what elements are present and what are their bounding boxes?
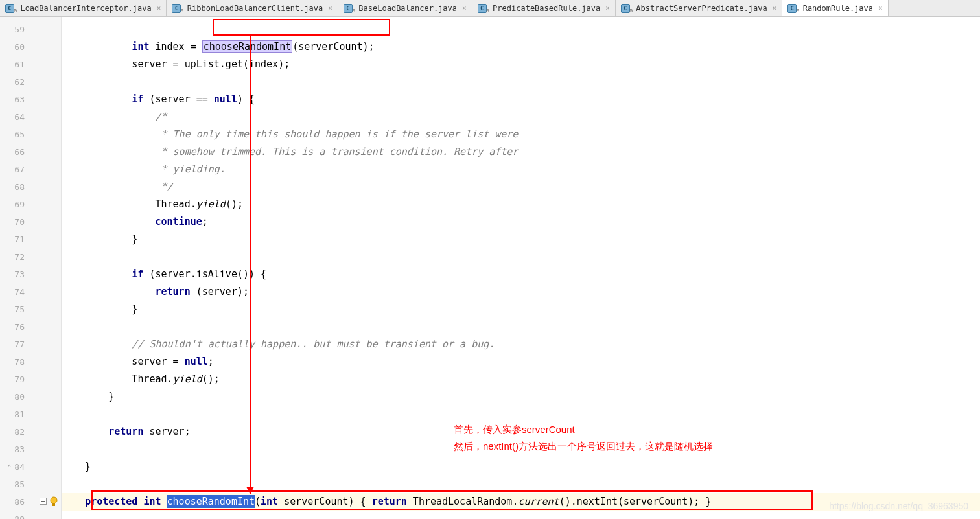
java-class-icon [621, 4, 630, 13]
tab-ribbonloadbalancerclient[interactable]: a RibbonLoadBalancerClient.java × [167, 0, 338, 16]
java-class-icon [5, 4, 14, 13]
code-line: int index = chooseRandomInt(serverCount)… [62, 38, 980, 56]
code-line: */ [62, 178, 980, 196]
line-number: 77 [0, 336, 61, 353]
line-number: 76 [0, 318, 61, 336]
tab-label: LoadBalancerInterceptor.java [20, 4, 151, 13]
line-number: 60 [0, 38, 61, 56]
line-number: 67 [0, 161, 61, 178]
line-number: 83 [0, 441, 61, 458]
line-number: 72 [0, 248, 61, 266]
code-line: Thread.yield(); [62, 371, 980, 388]
line-number: 65 [0, 126, 61, 143]
line-number: 84⌃ [0, 458, 61, 476]
tab-label: PredicateBasedRule.java [493, 4, 600, 13]
code-line: server = upList.get(index); [62, 56, 980, 73]
line-number: 82 [0, 423, 61, 441]
line-number: 61 [0, 56, 61, 73]
close-icon[interactable]: × [157, 4, 161, 12]
code-line: /* [62, 108, 980, 126]
close-icon[interactable]: × [605, 4, 610, 12]
tab-loadbalancerinterceptor[interactable]: a LoadBalancerInterceptor.java × [0, 0, 167, 16]
code-line: } [62, 458, 980, 476]
code-line [62, 318, 980, 336]
tab-label: RandomRule.java [803, 4, 873, 13]
method-call-highlight: chooseRandomInt [202, 40, 292, 53]
watermark: https://blog.csdn.net/qq_36963950 [829, 501, 968, 511]
line-number: 86 + [0, 493, 61, 511]
close-icon[interactable]: × [773, 4, 777, 12]
line-number: 59 [0, 21, 61, 38]
line-number: 64 [0, 108, 61, 126]
line-number: 79 [0, 371, 61, 388]
editor: 59 60 61 62 63 64 65 66 67 68 69 70 71 7… [0, 17, 980, 519]
close-icon[interactable]: × [328, 4, 332, 12]
code-line [62, 406, 980, 423]
code-line: } [62, 231, 980, 248]
line-number: 85 [0, 476, 61, 493]
line-number: 75 [0, 301, 61, 318]
annotation-text: 首先，传入实参serverCount 然后，nextInt()方法选出一个序号返… [454, 421, 713, 455]
line-number: 78 [0, 353, 61, 371]
tab-label: BaseLoadBalancer.java [358, 4, 457, 13]
java-class-icon [344, 4, 353, 13]
line-number: 73 [0, 266, 61, 283]
code-line: Thread.yield(); [62, 196, 980, 213]
code-line: * The only time this should happen is if… [62, 126, 980, 143]
code-area[interactable]: int index = chooseRandomInt(serverCount)… [62, 17, 980, 519]
java-class-icon [478, 4, 487, 13]
code-line [62, 248, 980, 266]
code-line: } [62, 388, 980, 406]
tab-label: RibbonLoadBalancerClient.java [187, 4, 323, 13]
svg-rect-1 [52, 503, 55, 506]
line-number: 80 [0, 388, 61, 406]
tab-randomrule[interactable]: a RandomRule.java × [782, 0, 888, 16]
tab-predicatebasedrule[interactable]: a PredicateBasedRule.java × [472, 0, 616, 16]
tab-bar: a LoadBalancerInterceptor.java × a Ribbo… [0, 0, 980, 17]
code-line: server = null; [62, 353, 980, 371]
expand-icon[interactable]: + [40, 498, 47, 505]
close-icon[interactable]: × [462, 4, 467, 12]
line-number: 71 [0, 231, 61, 248]
java-class-icon [172, 4, 181, 13]
code-line [62, 73, 980, 91]
tab-abstractserverpredicate[interactable]: a AbstractServerPredicate.java × [616, 0, 782, 16]
code-line [62, 476, 980, 493]
code-line [62, 511, 980, 519]
code-line: * somehow trimmed. This is a transient c… [62, 143, 980, 161]
code-line: continue; [62, 213, 980, 231]
line-number: 62 [0, 73, 61, 91]
gutter: 59 60 61 62 63 64 65 66 67 68 69 70 71 7… [0, 17, 62, 519]
line-number: 63 [0, 91, 61, 108]
line-number: 69 [0, 196, 61, 213]
java-class-icon [788, 4, 797, 13]
line-number: 68 [0, 178, 61, 196]
selection: chooseRandomInt [167, 495, 255, 508]
line-number: 70 [0, 213, 61, 231]
lightbulb-icon[interactable] [49, 496, 58, 507]
svg-point-0 [51, 497, 57, 503]
code-line: if (server == null) { [62, 91, 980, 108]
code-line: if (server.isAlive()) { [62, 266, 980, 283]
tab-baseloadbalancer[interactable]: a BaseLoadBalancer.java × [338, 0, 472, 16]
code-line: } [62, 301, 980, 318]
code-line: // Shouldn't actually happen.. but must … [62, 336, 980, 353]
line-number: 81 [0, 406, 61, 423]
line-number: 89 [0, 511, 61, 519]
fold-marker-icon[interactable]: ⌃ [7, 458, 12, 476]
line-number: 66 [0, 143, 61, 161]
code-line [62, 21, 980, 38]
line-number: 74 [0, 283, 61, 301]
tab-label: AbstractServerPredicate.java [636, 4, 767, 13]
code-line: * yielding. [62, 161, 980, 178]
close-icon[interactable]: × [878, 4, 883, 12]
code-line: return (server); [62, 283, 980, 301]
